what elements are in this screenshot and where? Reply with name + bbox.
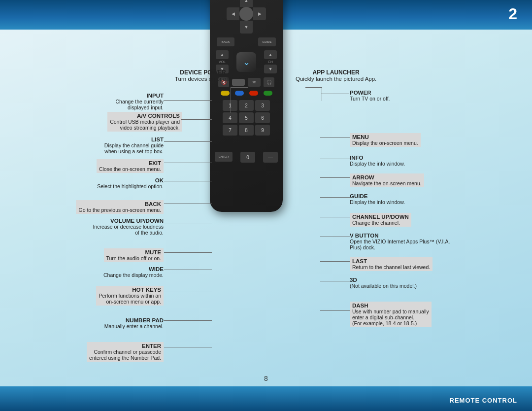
ok-desc: Select the highlighted option. [97,183,164,189]
arrow-pad: ▲ ▼ ◀ ▶ [227,0,266,34]
blue-button[interactable] [235,91,244,96]
enter-button[interactable]: ENTER [215,152,233,162]
channel-desc: Change the channel. [352,220,409,226]
bottom-bar: REMOTE CONTROL [0,386,532,411]
v-button[interactable]: ⌄ [236,52,256,72]
vol-up-button[interactable]: ▲ [216,50,229,59]
guide-label: GUIDE Display the info window. [350,193,405,205]
ok-button[interactable] [239,7,253,21]
green-button[interactable] [264,91,272,96]
menu-label: MENU Display the on-screen menu. [350,133,421,147]
arrow-right-button[interactable]: ▶ [253,7,266,20]
guide-connector [320,197,350,198]
arrow-title: ARROW [352,174,374,180]
last-title: LAST [352,258,367,264]
arrow-connector [320,177,350,178]
num-3[interactable]: 3 [255,100,270,111]
vbutton-connector [320,237,350,237]
info-connector [320,159,350,159]
threed-desc: (Not available on this model.) [350,283,417,289]
ok-connector [164,181,212,181]
app-launcher-desc: Quickly launch the pictured App. [296,76,376,82]
av-controls-desc: Control USB media player andvideo stream… [110,119,180,131]
arrow-down-button[interactable]: ▼ [240,21,253,34]
back-button[interactable]: BACK [217,37,234,46]
vbutton-title: V BUTTON [350,233,379,239]
yellow-button[interactable] [221,91,230,96]
red-button[interactable] [249,91,258,96]
arrow-left-button[interactable]: ◀ [227,7,239,20]
exit-label: EXIT Close the on-screen menu. [97,159,164,173]
wide-btn-small[interactable] [232,79,245,86]
menu-desc: Display the on-screen menu. [352,140,418,146]
diagram: INPUT ⏮ ⏸ ▶ ⏭ LIST MENU [54,35,478,380]
info-desc: Display the info window. [350,161,405,167]
mute-title: MUTE [145,249,161,255]
info-title: INFO [350,155,363,161]
remote-body: INPUT ⏮ ⏸ ▶ ⏭ LIST MENU [210,0,283,212]
channel-label: CHANNEL UP/DOWN Change the channel. [350,213,411,227]
num-9[interactable]: 9 [255,125,270,136]
back-connector [164,204,212,204]
threed-label: 3D (Not available on this model.) [350,277,417,289]
guide-title: GUIDE [350,193,367,199]
enter-label: ENTER Confirm channel or passcodeentered… [87,342,164,362]
arrow-up-button[interactable]: ▲ [240,0,253,7]
num-5[interactable]: 5 [239,112,254,123]
three-d-button[interactable]: 3D [248,78,261,87]
hotkeys-title: HOT KEYS [132,287,161,293]
headphone-button[interactable]: 🎧 [264,77,274,87]
dash-button[interactable]: — [263,152,278,163]
list-desc: Display the channel guidewhen using a se… [104,142,164,154]
app-launcher-connector-v [322,87,322,101]
num-0[interactable]: 0 [240,152,255,163]
hotkeys-connector [164,292,212,292]
num-8[interactable]: 8 [239,125,254,136]
guide-button[interactable]: GUIDE [258,37,276,46]
exit-title: EXIT [148,160,161,166]
back-title: BACK [145,201,161,207]
device-power-desc: Turn devices on or off. [175,76,231,82]
arrow-desc: Navigate the on-screen menu. [352,180,422,186]
guide-desc: Display the info window. [350,199,405,205]
numberpad-desc: Manually enter a channel. [104,323,164,329]
menu-title: MENU [352,134,369,140]
power-title: POWER [350,90,371,96]
enter-connector [164,347,212,347]
channel-connector [320,217,350,217]
num-6[interactable]: 6 [255,112,270,123]
exit-desc: Close the on-screen menu. [99,166,161,172]
list-title: LIST [151,137,164,142]
vbutton-desc: Open the VIZIO Internet Apps Plus™ (V.I.… [350,239,450,250]
enter-desc: Confirm channel or passcodeentered using… [89,349,161,361]
ch-up-button[interactable]: ▲ [264,50,277,59]
num-2[interactable]: 2 [239,100,254,111]
volume-label: VOLUME UP/DOWN Increase or decrease loud… [93,218,164,236]
hotkeys-label: HOT KEYS Perform functions within anon-s… [96,286,164,306]
device-power-connector-h [231,87,248,88]
app-launcher-title: APP LAUNCHER [313,69,360,76]
input-label: INPUT Change the currentlydisplayed inpu… [116,93,164,110]
back-label: BACK Go to the previous on-screen menu. [76,200,164,214]
info-label: INFO Display the info window. [350,155,405,167]
num-7[interactable]: 7 [223,125,237,136]
num-1[interactable]: 1 [223,100,237,111]
hotkeys-desc: Perform functions within anon-screen men… [99,293,161,305]
volume-desc: Increase or decrease loudnessof the audi… [93,224,164,236]
mute-desc: Turn the audio off or on. [106,255,162,261]
input-desc: Change the currentlydisplayed input. [116,99,164,110]
app-launcher-label: APP LAUNCHER Quickly launch the pictured… [296,69,376,82]
back-desc: Go to the previous on-screen menu. [78,207,161,213]
wide-label: WIDE Change the display mode. [103,266,164,278]
enter-zero-row: ENTER 0 — [214,152,279,163]
enter-title: ENTER [142,343,161,349]
number-pad: 1 2 3 4 5 6 7 8 9 [223,100,270,148]
app-launcher-connector-h [305,87,322,88]
dash-label: DASH Use with number pad to manuallyente… [350,302,432,327]
power-label: POWER Turn TV on or off. [350,90,390,102]
list-connector [164,141,212,142]
list-label: LIST Display the channel guidewhen using… [104,137,164,154]
ch-down-button[interactable]: ▼ [264,65,277,73]
num-4[interactable]: 4 [223,112,237,123]
color-buttons-row [214,91,279,96]
